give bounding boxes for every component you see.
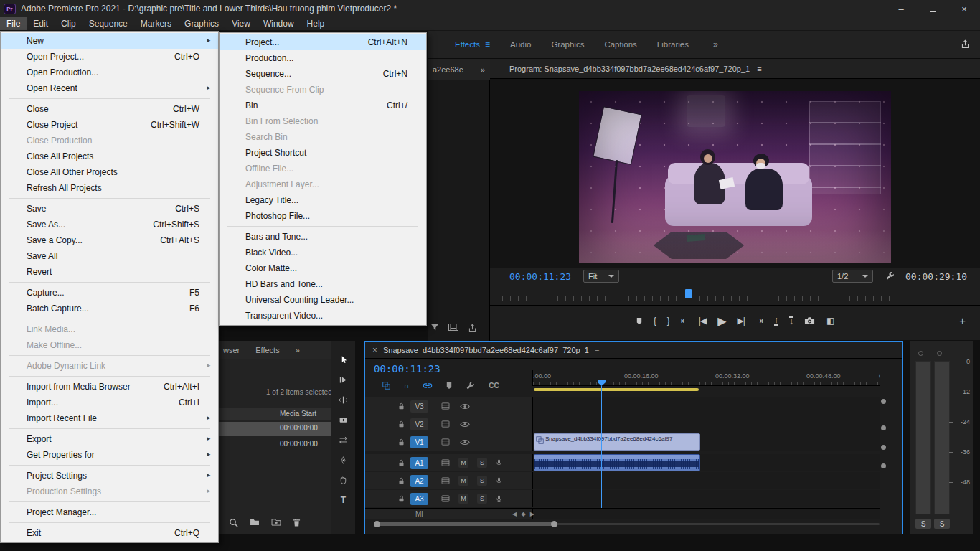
razor-tool[interactable] bbox=[336, 414, 352, 425]
menu-file[interactable]: File bbox=[0, 17, 27, 30]
file-menu-item-new[interactable]: New► bbox=[1, 33, 218, 49]
ripple-edit-tool[interactable] bbox=[336, 394, 352, 405]
snap-button[interactable]: ∩ bbox=[404, 382, 409, 390]
program-scrubber[interactable] bbox=[502, 287, 897, 301]
scroll-handle[interactable] bbox=[881, 425, 886, 430]
menu-clip[interactable]: Clip bbox=[55, 17, 83, 30]
file-menu-item-import-recent-file[interactable]: Import Recent File► bbox=[1, 410, 218, 426]
track-select-forward-tool[interactable] bbox=[336, 374, 352, 385]
track-target-v3[interactable]: V3 bbox=[410, 400, 428, 413]
media-start-column-header[interactable]: Media Start bbox=[219, 408, 331, 420]
menu-view[interactable]: View bbox=[225, 17, 257, 30]
file-menu-item-save[interactable]: SaveCtrl+S bbox=[1, 201, 218, 217]
sync-lock-icon[interactable] bbox=[441, 459, 450, 466]
file-menu-item-revert[interactable]: Revert bbox=[1, 264, 218, 280]
new-submenu-item-universal-counting-leader[interactable]: Universal Counting Leader... bbox=[220, 292, 426, 308]
file-menu-item-close-all-other-projects[interactable]: Close All Other Projects bbox=[1, 164, 218, 180]
mark-in-button[interactable]: { bbox=[654, 316, 656, 326]
go-to-in-button[interactable]: ⇤ bbox=[681, 316, 687, 326]
file-menu-item-exit[interactable]: ExitCtrl+Q bbox=[1, 525, 218, 541]
timeline-ruler[interactable]: :00:0000:00:16:0000:00:32:0000:00:48:000 bbox=[532, 370, 880, 386]
menu-markers[interactable]: Markers bbox=[134, 17, 178, 30]
track-lock-icon[interactable] bbox=[398, 438, 405, 446]
file-menu-item-import[interactable]: Import...Ctrl+I bbox=[1, 395, 218, 410]
go-to-out-button[interactable]: ⇥ bbox=[756, 316, 763, 326]
close-button[interactable]: × bbox=[948, 0, 980, 17]
track-target-a3[interactable]: A3 bbox=[410, 493, 428, 505]
new-submenu-item-project-shortcut[interactable]: Project Shortcut bbox=[220, 145, 426, 161]
mute-button[interactable]: M bbox=[458, 476, 468, 486]
search-icon[interactable] bbox=[229, 518, 238, 527]
solo-left-button[interactable]: S bbox=[915, 519, 931, 529]
file-menu-item-production-settings[interactable]: Production Settings► bbox=[1, 484, 218, 499]
filter-funnel-icon[interactable] bbox=[430, 324, 439, 333]
new-submenu-item-offline-file[interactable]: Offline File... bbox=[220, 161, 426, 176]
voice-over-record-icon[interactable] bbox=[496, 494, 502, 503]
close-icon[interactable]: × bbox=[372, 345, 377, 355]
workspace-tab-captions[interactable]: Captions bbox=[604, 39, 636, 50]
track-target-v2[interactable]: V2 bbox=[410, 418, 428, 430]
file-menu-item-capture[interactable]: Capture...F5 bbox=[1, 285, 218, 301]
play-button[interactable]: ▶ bbox=[717, 314, 725, 328]
file-menu-item-save-a-copy[interactable]: Save a Copy...Ctrl+Alt+S bbox=[1, 232, 218, 248]
scroll-handle[interactable] bbox=[881, 463, 886, 468]
file-menu-item-batch-capture[interactable]: Batch Capture...F6 bbox=[1, 301, 218, 316]
mute-button[interactable]: M bbox=[458, 494, 468, 504]
solo-button[interactable]: S bbox=[477, 458, 487, 468]
hand-tool[interactable] bbox=[336, 474, 352, 486]
source-overflow-icon[interactable]: » bbox=[481, 65, 485, 74]
new-submenu-item-bars-and-tone[interactable]: Bars and Tone... bbox=[220, 229, 426, 245]
file-menu-item-project-settings[interactable]: Project Settings► bbox=[1, 468, 218, 484]
file-menu-item-close-all-projects[interactable]: Close All Projects bbox=[1, 149, 218, 164]
program-playhead[interactable] bbox=[685, 289, 692, 298]
menu-sequence[interactable]: Sequence bbox=[83, 17, 134, 30]
linked-selection-button[interactable] bbox=[423, 382, 433, 389]
timeline-panel-menu-icon[interactable]: ≡ bbox=[595, 346, 599, 354]
solo-button[interactable]: S bbox=[477, 476, 487, 486]
file-menu-item-export[interactable]: Export► bbox=[1, 431, 218, 447]
track-lock-icon[interactable] bbox=[398, 420, 405, 428]
new-bin-icon[interactable] bbox=[271, 518, 281, 527]
track-lock-icon[interactable] bbox=[398, 477, 405, 485]
folder-icon[interactable] bbox=[250, 518, 260, 527]
lift-button[interactable]: ↑ bbox=[774, 316, 778, 326]
selection-tool[interactable] bbox=[336, 354, 352, 365]
new-submenu-item-bin[interactable]: BinCtrl+/ bbox=[220, 98, 426, 113]
audio-clip[interactable] bbox=[534, 454, 700, 471]
playback-resolution-dropdown[interactable]: 1/2 bbox=[832, 270, 873, 283]
file-menu-item-save-as[interactable]: Save As...Ctrl+Shift+S bbox=[1, 217, 218, 232]
add-marker-button[interactable] bbox=[636, 317, 642, 325]
program-tab-label[interactable]: Program: Snapsave_d4bb334f097bbd7a2ee68e… bbox=[509, 65, 750, 73]
scrollbar-thumb[interactable] bbox=[376, 522, 555, 526]
voice-over-record-icon[interactable] bbox=[496, 458, 502, 467]
track-target-a1[interactable]: A1 bbox=[410, 457, 428, 469]
menu-graphics[interactable]: Graphics bbox=[178, 17, 225, 30]
track-lock-icon[interactable] bbox=[398, 459, 405, 467]
timeline-horizontal-scrollbar[interactable] bbox=[374, 521, 880, 527]
voice-over-record-icon[interactable] bbox=[496, 476, 502, 485]
file-menu-item-save-all[interactable]: Save All bbox=[1, 248, 218, 264]
workspace-tab-graphics[interactable]: Graphics bbox=[551, 39, 584, 50]
new-submenu-item-black-video[interactable]: Black Video... bbox=[220, 245, 426, 260]
file-menu-item-open-production[interactable]: Open Production... bbox=[1, 65, 218, 80]
track-visibility-icon[interactable] bbox=[460, 421, 470, 428]
extract-button[interactable]: ↓ bbox=[789, 316, 793, 326]
media-browser-tab-fragment[interactable]: wser bbox=[223, 346, 240, 354]
sync-lock-icon[interactable] bbox=[441, 420, 450, 428]
new-submenu-item-photoshop-file[interactable]: Photoshop File... bbox=[220, 208, 426, 224]
new-submenu-item-search-bin[interactable]: Search Bin bbox=[220, 129, 426, 145]
file-menu-item-close-production[interactable]: Close Production bbox=[1, 133, 218, 149]
new-submenu-item-adjustment-layer[interactable]: Adjustment Layer... bbox=[220, 176, 426, 192]
file-menu-item-link-media[interactable]: Link Media... bbox=[1, 321, 218, 337]
track-lock-icon[interactable] bbox=[398, 495, 405, 503]
mark-out-button[interactable]: } bbox=[667, 316, 669, 326]
new-submenu-item-production[interactable]: Production... bbox=[220, 50, 426, 66]
video-clip[interactable]: Snapsave_d4bb334f097bbd7a2ee68ed424c6af9… bbox=[534, 433, 700, 451]
zoom-handle-left[interactable] bbox=[374, 521, 380, 527]
step-forward-button[interactable]: ▶| bbox=[738, 316, 745, 326]
type-tool[interactable]: T bbox=[336, 494, 352, 506]
new-submenu-item-transparent-video[interactable]: Transparent Video... bbox=[220, 308, 426, 324]
step-back-button[interactable]: |◀ bbox=[699, 316, 706, 326]
new-submenu-item-project[interactable]: Project...Ctrl+Alt+N bbox=[220, 34, 426, 50]
captions-button[interactable]: CC bbox=[489, 382, 499, 390]
